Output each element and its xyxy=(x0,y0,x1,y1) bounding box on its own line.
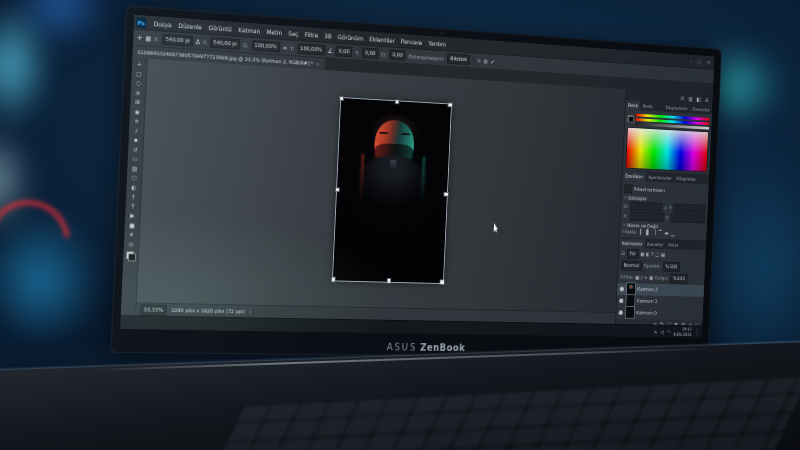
prop-height-field[interactable] xyxy=(674,203,706,213)
tab-close-icon[interactable]: × xyxy=(316,61,320,67)
menu-dosya[interactable]: Dosya xyxy=(150,19,175,28)
color-spectrum[interactable] xyxy=(625,127,709,173)
color-panel-swatches[interactable] xyxy=(627,115,634,123)
filter-kind-shape-icon[interactable]: ▢ xyxy=(655,251,659,257)
maintain-aspect-icon[interactable]: ∞ xyxy=(282,43,287,51)
prop-y-field[interactable] xyxy=(670,213,705,223)
menu-sec[interactable]: Seç xyxy=(285,29,302,37)
tool-path-select-icon[interactable]: ▶ xyxy=(130,211,135,220)
interpolation-select[interactable]: Bikübik xyxy=(447,53,470,65)
vskew-value-field[interactable]: 0,00 xyxy=(389,49,406,61)
menu-duzenle[interactable]: Düzenle xyxy=(175,21,205,30)
align-right-icon[interactable]: ▕ xyxy=(652,229,656,235)
tool-eraser-icon[interactable]: ▭ xyxy=(132,155,138,164)
menu-goruntu[interactable]: Görüntü xyxy=(205,23,235,32)
tool-zoom-icon[interactable]: ⊙ xyxy=(129,240,134,249)
tool-blur-icon[interactable]: ○ xyxy=(132,174,137,183)
menu-katman[interactable]: Katman xyxy=(235,25,264,34)
minimize-icon[interactable]: – xyxy=(690,58,692,64)
filter-kind-adjustment-icon[interactable]: ◐ xyxy=(646,251,650,257)
filter-kind-type-icon[interactable]: T xyxy=(651,251,654,257)
layer-thumbnail[interactable] xyxy=(624,306,634,319)
tool-move-icon[interactable]: + xyxy=(137,60,142,69)
close-icon[interactable]: ✕ xyxy=(707,60,711,66)
relative-position-icon[interactable]: Δ xyxy=(196,38,201,46)
layer-name[interactable]: Katman 2 xyxy=(637,286,658,292)
y-value-field[interactable]: 540,00 pi xyxy=(210,37,241,50)
lock-position-icon[interactable]: + xyxy=(644,275,648,281)
layer-visibility-icon[interactable] xyxy=(619,298,623,303)
menu-eklentiler[interactable]: Eklentiler xyxy=(366,35,398,44)
angle-value-field[interactable]: 0,00 xyxy=(335,46,352,58)
background-color-swatch[interactable] xyxy=(127,253,135,261)
taskbar-clock[interactable]: 19:11 6.05.2021 xyxy=(674,327,693,337)
tray-chevron-icon[interactable]: ∧ xyxy=(654,329,657,334)
menu-gorunum[interactable]: Görünüm xyxy=(335,33,367,42)
tool-quick-select-icon[interactable]: ≋ xyxy=(135,88,140,97)
cancel-transform-icon[interactable]: ⊘ xyxy=(483,57,488,65)
status-chevron-icon[interactable]: › xyxy=(249,309,251,315)
prop-width-field[interactable] xyxy=(630,202,662,212)
network-icon[interactable]: ◠ xyxy=(667,329,671,334)
tool-healing-icon[interactable]: ¤ xyxy=(135,117,139,126)
color-swatches[interactable] xyxy=(126,251,136,261)
prop-link-icon[interactable]: ∞ xyxy=(664,205,668,211)
layer-filter-select[interactable]: Tür xyxy=(626,248,639,258)
tool-type-icon[interactable]: T xyxy=(131,202,135,211)
arrange-icon[interactable]: ▥ xyxy=(688,95,693,102)
tool-gradient-icon[interactable]: ▨ xyxy=(132,164,138,173)
filter-kind-pixel-icon[interactable]: ▣ xyxy=(640,251,644,257)
menu-3b[interactable]: 3B xyxy=(321,32,335,40)
align-v-center-icon[interactable]: ▬ xyxy=(664,230,668,236)
search-icon[interactable]: ⊙ xyxy=(680,95,684,102)
tool-eyedropper-icon[interactable]: ◉ xyxy=(135,107,140,116)
layer-name[interactable]: Katman 1 xyxy=(637,298,658,304)
menu-pencere[interactable]: Pencere xyxy=(398,37,426,46)
workspace-icon[interactable]: ◧ xyxy=(696,96,701,103)
fill-field[interactable]: %100 xyxy=(670,273,688,283)
tab-yollar[interactable]: Yollar xyxy=(665,240,681,250)
warp-toggle-icon[interactable]: ⌗ xyxy=(477,57,480,65)
panel-menu-icon[interactable]: ≡ xyxy=(705,96,709,103)
canvas-area[interactable] xyxy=(137,59,626,312)
prop-x-field[interactable] xyxy=(629,212,664,222)
lock-pixels-icon[interactable]: ∕ xyxy=(641,275,643,280)
menu-filtre[interactable]: Filtre xyxy=(301,30,321,38)
tool-dodge-icon[interactable]: ◐ xyxy=(131,183,136,192)
tool-hand-icon[interactable]: ∗ xyxy=(129,230,134,239)
tool-brush-icon[interactable]: ∕ xyxy=(135,126,137,135)
commit-transform-icon[interactable]: ✓ xyxy=(490,58,495,66)
lock-all-icon[interactable]: ▣ xyxy=(649,275,653,281)
opacity-field[interactable]: %100 xyxy=(662,261,680,271)
hskew-value-field[interactable]: 0,00 xyxy=(362,47,379,59)
tool-pen-icon[interactable]: † xyxy=(132,193,135,202)
tool-clone-stamp-icon[interactable]: ▪ xyxy=(134,136,138,145)
blend-mode-select[interactable]: Normal xyxy=(621,260,643,271)
reference-point-icon[interactable]: ▦ xyxy=(145,34,151,42)
menu-metin[interactable]: Metin xyxy=(263,27,285,35)
tool-lasso-icon[interactable]: ◌ xyxy=(136,79,141,88)
tool-marquee-icon[interactable]: □ xyxy=(136,69,142,78)
layer-name[interactable]: Katman 0 xyxy=(636,310,657,316)
width-value-field[interactable]: 100,00% xyxy=(251,40,280,53)
height-value-field[interactable]: 100,00% xyxy=(297,43,325,56)
show-desktop-button[interactable] xyxy=(696,328,699,336)
layer-visibility-icon[interactable] xyxy=(619,310,623,315)
align-h-center-icon[interactable]: ▋ xyxy=(646,229,650,235)
x-value-field[interactable]: 540,00 pi xyxy=(162,34,193,47)
align-left-icon[interactable]: ▎ xyxy=(640,229,644,235)
align-bottom-icon[interactable]: ▁ xyxy=(671,230,675,236)
image-canvas[interactable] xyxy=(332,98,450,283)
tool-shape-icon[interactable]: ■ xyxy=(129,221,135,230)
layer-search-icon[interactable]: ⊙ xyxy=(621,250,625,256)
menu-yardim[interactable]: Yardım xyxy=(425,39,449,47)
lock-transparency-icon[interactable]: ▦ xyxy=(635,274,639,280)
maximize-icon[interactable]: ▢ xyxy=(697,59,701,65)
tool-crop-icon[interactable]: ⊞ xyxy=(135,98,140,107)
tool-history-brush-icon[interactable]: ↺ xyxy=(133,145,138,154)
zoom-level-field[interactable]: 33,33% xyxy=(140,304,167,315)
filter-kind-smart-icon[interactable]: ▤ xyxy=(661,252,665,258)
align-top-icon[interactable]: ▔ xyxy=(658,229,662,235)
layer-visibility-icon[interactable] xyxy=(620,286,624,291)
volume-icon[interactable]: ◁ xyxy=(660,329,664,334)
